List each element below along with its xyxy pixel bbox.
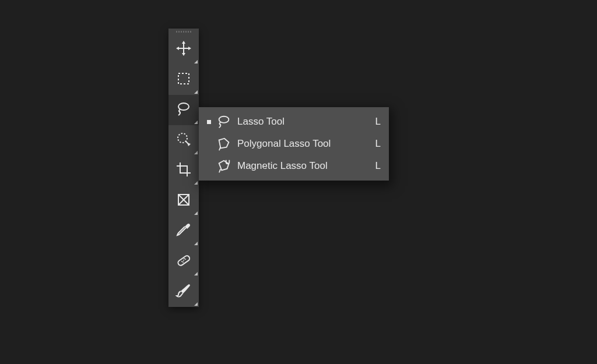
flyout-item-shortcut: L	[375, 116, 381, 128]
eyedropper-icon	[175, 222, 192, 241]
flyout-item-magnetic-lasso[interactable]: Magnetic Lasso Tool L	[199, 155, 389, 177]
spot-healing-brush-tool[interactable]	[168, 246, 199, 277]
svg-point-12	[219, 124, 220, 125]
svg-rect-4	[178, 195, 189, 205]
flyout-corner-icon	[194, 181, 198, 185]
frame-tool[interactable]	[168, 186, 199, 216]
polygonal-lasso-icon	[216, 136, 231, 151]
flyout-item-label: Polygonal Lasso Tool	[237, 138, 375, 150]
flyout-corner-icon	[194, 211, 198, 215]
quick-selection-icon	[175, 131, 192, 150]
lasso-flyout-menu: Lasso Tool L Polygonal Lasso Tool L Magn…	[199, 107, 389, 181]
flyout-item-label: Magnetic Lasso Tool	[237, 160, 375, 172]
flyout-corner-icon	[194, 302, 198, 306]
lasso-icon	[216, 114, 231, 129]
svg-point-9	[182, 261, 184, 263]
flyout-item-label: Lasso Tool	[237, 116, 375, 128]
active-indicator	[203, 120, 214, 124]
crop-icon	[175, 161, 192, 180]
crop-tool[interactable]	[168, 156, 199, 186]
tools-panel	[168, 29, 199, 307]
marquee-tool[interactable]	[168, 65, 199, 95]
lasso-tool[interactable]	[168, 95, 199, 125]
magnetic-lasso-icon	[216, 158, 231, 174]
flyout-item-shortcut: L	[375, 138, 381, 150]
flyout-corner-icon	[194, 151, 198, 154]
eyedropper-tool[interactable]	[168, 216, 199, 246]
flyout-corner-icon	[194, 90, 198, 94]
brush-tool[interactable]	[168, 277, 199, 307]
quick-selection-tool[interactable]	[168, 125, 199, 156]
frame-icon	[175, 192, 192, 210]
marquee-icon	[175, 70, 192, 89]
svg-point-7	[183, 260, 184, 261]
flyout-item-polygonal-lasso[interactable]: Polygonal Lasso Tool L	[199, 133, 389, 155]
flyout-corner-icon	[194, 242, 198, 245]
move-icon	[175, 40, 192, 59]
svg-point-1	[178, 103, 189, 110]
flyout-corner-icon	[194, 272, 198, 275]
svg-point-6	[181, 261, 182, 262]
flyout-item-lasso[interactable]: Lasso Tool L	[199, 111, 389, 133]
panel-grip[interactable]	[168, 29, 199, 34]
svg-point-8	[185, 259, 186, 260]
svg-rect-0	[178, 73, 189, 84]
move-tool[interactable]	[168, 34, 199, 65]
svg-point-2	[179, 111, 180, 112]
bandage-icon	[175, 252, 192, 271]
svg-point-11	[219, 116, 229, 123]
svg-point-10	[184, 258, 185, 259]
flyout-corner-icon	[194, 121, 198, 124]
svg-point-3	[178, 133, 187, 143]
brush-icon	[175, 282, 192, 301]
flyout-item-shortcut: L	[375, 160, 381, 172]
flyout-corner-icon	[194, 60, 198, 63]
svg-rect-5	[177, 255, 191, 266]
lasso-icon	[175, 101, 192, 119]
